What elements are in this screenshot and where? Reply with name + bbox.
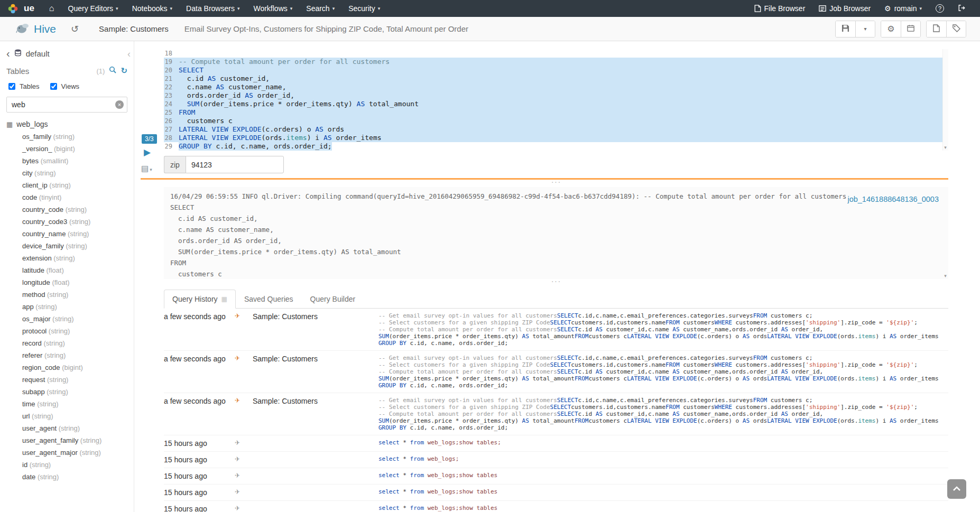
history-row[interactable]: 15 hours ago✈select * from web_logs;show… — [164, 435, 948, 451]
column-item[interactable]: record (string) — [6, 337, 127, 349]
back-button[interactable]: ‹ — [6, 49, 10, 58]
column-item[interactable]: user_agent_major (string) — [6, 446, 127, 459]
column-item[interactable]: id (string) — [6, 459, 127, 471]
column-item[interactable]: url (string) — [6, 410, 127, 422]
column-item[interactable]: referer (string) — [6, 349, 127, 361]
editor-line[interactable]: 27LATERAL VIEW EXPLODE(c.orders) o AS or… — [164, 125, 948, 134]
history-row[interactable]: a few seconds ago✈Sample: Customers-- Ge… — [164, 309, 948, 350]
history-row[interactable]: a few seconds ago✈Sample: Customers-- Ge… — [164, 393, 948, 435]
column-item[interactable]: request (string) — [6, 374, 127, 386]
menu-workflows[interactable]: Workflows▾ — [246, 0, 299, 17]
file-browser-button[interactable]: File Browser — [747, 0, 812, 17]
editor-line[interactable]: 22 c.name AS customer_name, — [164, 83, 948, 91]
execute-button[interactable]: ▶ — [144, 147, 151, 158]
editor-scrollbar[interactable]: ▾ — [942, 49, 948, 151]
column-item[interactable]: subapp (string) — [6, 386, 127, 398]
tab-query-history[interactable]: Query History ▦ — [164, 290, 236, 309]
editor-line[interactable]: 19-- Compute total amount per order for … — [164, 58, 948, 66]
history-row[interactable]: 15 hours ago✈select * from web_logs; — [164, 451, 948, 468]
table-filter-input[interactable] — [6, 97, 127, 113]
nav-home-button[interactable]: ⌂ — [42, 0, 61, 17]
editor-line[interactable]: 26 customers c — [164, 117, 948, 125]
database-name[interactable]: default — [26, 49, 50, 58]
hive-logo-icon[interactable] — [16, 22, 31, 36]
log-scrollbar[interactable]: ▾ — [942, 187, 948, 279]
variables-toggle[interactable]: ▤▾ — [141, 164, 152, 173]
column-item[interactable]: protocol (string) — [6, 325, 127, 337]
column-item[interactable]: _version_ (bigint) — [6, 143, 127, 155]
column-item[interactable]: latitude (float) — [6, 264, 127, 276]
editor-line[interactable]: 23 ords.order_id AS order_id, — [164, 91, 948, 100]
menu-data-browsers[interactable]: Data Browsers▾ — [179, 0, 246, 17]
job-link[interactable]: job_1461888648136_0003 — [847, 195, 939, 203]
column-item[interactable]: client_ip (string) — [6, 179, 127, 191]
tables-filter-toggle[interactable]: Tables — [6, 81, 40, 91]
editor-line[interactable]: 25FROM — [164, 108, 948, 117]
column-item[interactable]: code (tinyint) — [6, 191, 127, 203]
editor-line[interactable]: 28LATERAL VIEW EXPLODE(ords.items) i AS … — [164, 134, 948, 142]
tab-saved-queries[interactable]: Saved Queries — [236, 290, 302, 309]
document-button[interactable] — [927, 21, 946, 37]
menu-security[interactable]: Security▾ — [341, 0, 387, 17]
views-filter-toggle[interactable]: Views — [48, 81, 79, 91]
column-item[interactable]: longitude (float) — [6, 276, 127, 288]
resize-handle[interactable]: ··· — [164, 279, 948, 285]
column-item[interactable]: extension (string) — [6, 252, 127, 264]
editor-line[interactable]: 21 c.id AS customer_id, — [164, 75, 948, 83]
editor-line[interactable]: 18 — [164, 49, 948, 58]
save-button[interactable] — [836, 21, 855, 37]
schedule-button[interactable] — [901, 21, 920, 37]
job-browser-button[interactable]: Job Browser — [812, 0, 877, 17]
recent-queries-icon[interactable]: ↺ — [71, 23, 79, 35]
editor-line[interactable]: 20SELECT — [164, 66, 948, 75]
column-name: os_family — [22, 133, 51, 141]
column-item[interactable]: city (string) — [6, 167, 127, 179]
history-row[interactable]: 15 hours ago✈select * from web_logs;show… — [164, 484, 948, 500]
save-options-button[interactable]: ▾ — [855, 21, 875, 37]
search-tables-button[interactable] — [109, 66, 116, 76]
editor-line[interactable]: 24 SUM(order_items.price * order_items.q… — [164, 100, 948, 108]
column-item[interactable]: user_agent (string) — [6, 422, 127, 434]
column-item[interactable]: bytes (smallint) — [6, 155, 127, 167]
app-name[interactable]: Hive — [34, 23, 56, 35]
user-menu[interactable]: ⚙ romain ▾ — [877, 0, 929, 17]
column-item[interactable]: user_agent_family (string) — [6, 434, 127, 446]
column-item[interactable]: time (string) — [6, 398, 127, 410]
clear-filter-button[interactable]: × — [115, 100, 124, 109]
table-item-web-logs[interactable]: ▦ web_logs — [6, 120, 127, 128]
collapse-sidebar-button[interactable]: ‹ — [127, 49, 131, 60]
resize-handle[interactable]: ··· — [164, 180, 948, 186]
column-item[interactable]: region_code (bigint) — [6, 361, 127, 374]
history-row[interactable]: 15 hours ago✈select * from web_logs;show… — [164, 468, 948, 484]
variable-zip-input[interactable] — [186, 156, 284, 173]
column-item[interactable]: device_family (string) — [6, 240, 127, 252]
column-item[interactable]: os_family (string) — [6, 131, 127, 143]
menu-search[interactable]: Search▾ — [299, 0, 341, 17]
column-item[interactable]: app (string) — [6, 301, 127, 313]
settings-button[interactable]: ⚙ — [881, 21, 901, 37]
views-checkbox[interactable] — [50, 83, 57, 90]
history-row[interactable]: 15 hours ago✈select * from web_logs;show… — [164, 500, 948, 512]
tags-button[interactable] — [946, 21, 966, 37]
hue-logo[interactable]: ue — [0, 0, 42, 17]
tab-query-builder[interactable]: Query Builder — [302, 290, 364, 309]
column-item[interactable]: country_code (string) — [6, 203, 127, 216]
editor-line[interactable]: 29GROUP BY c.id, c.name, ords.order_id; — [164, 142, 948, 151]
column-item[interactable]: country_name (string) — [6, 228, 127, 240]
refresh-tables-button[interactable]: ↻ — [121, 66, 127, 76]
scroll-down-icon[interactable]: ▾ — [942, 273, 948, 279]
scroll-down-icon[interactable]: ▾ — [942, 144, 948, 151]
help-button[interactable]: ? — [929, 0, 951, 17]
menu-query-editors[interactable]: Query Editors▾ — [61, 0, 125, 17]
column-item[interactable]: country_code3 (string) — [6, 216, 127, 228]
menu-notebooks[interactable]: Notebooks▾ — [125, 0, 179, 17]
history-row[interactable]: a few seconds ago✈Sample: Customers-- Ge… — [164, 350, 948, 393]
column-item[interactable]: method (string) — [6, 288, 127, 301]
scroll-to-top-button[interactable] — [947, 479, 966, 499]
sql-editor[interactable]: 1819-- Compute total amount per order fo… — [164, 49, 948, 151]
column-type: (string) — [27, 461, 51, 469]
logout-button[interactable] — [951, 0, 973, 17]
column-item[interactable]: os_major (string) — [6, 313, 127, 325]
column-item[interactable]: date (string) — [6, 471, 127, 483]
tables-checkbox[interactable] — [8, 83, 15, 90]
